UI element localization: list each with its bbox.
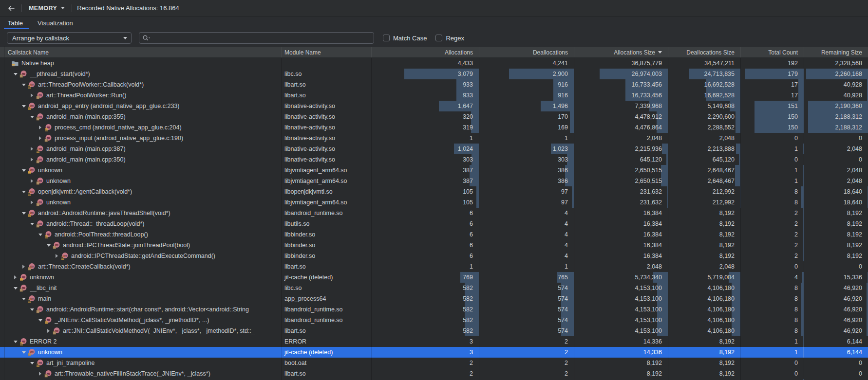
collapse-arrow-icon[interactable] — [12, 341, 19, 343]
module-cell: libbinder.so — [282, 240, 372, 251]
table-row[interactable]: m _JNIEnv::CallStaticVoidMethod(_jclass*… — [0, 315, 868, 326]
table-row[interactable]: m art::Throwable_nativeFillInStackTrace(… — [0, 368, 868, 379]
expand-arrow-icon[interactable] — [12, 275, 19, 279]
collapse-arrow-icon[interactable] — [12, 287, 19, 290]
tree-indent — [4, 352, 20, 353]
table-row[interactable]: m ERROR 2ERROR3214,3368,19216,144 — [0, 336, 868, 347]
expand-arrow-icon[interactable] — [29, 93, 35, 97]
table-row[interactable]: m art::JNI::CallStaticVoidMethodV(_JNIEn… — [0, 326, 868, 336]
table-row[interactable]: m openjdkjvmti::AgentCallback(void*)libo… — [0, 186, 868, 197]
collapse-arrow-icon[interactable] — [29, 116, 35, 118]
table-row[interactable]: m android::IPCThreadState::getAndExecute… — [0, 251, 868, 261]
memory-session-dropdown[interactable]: MEMORY — [27, 5, 67, 12]
collapse-arrow-icon[interactable] — [20, 169, 27, 172]
column-header-allocations-size[interactable]: Allocations Size — [574, 47, 668, 57]
toolbar-divider — [72, 4, 72, 12]
collapse-arrow-icon[interactable] — [45, 244, 52, 247]
collapse-arrow-icon[interactable] — [37, 319, 43, 322]
collapse-arrow-icon[interactable] — [20, 212, 27, 215]
value-cell-deallocations-size: 8,192 — [668, 218, 741, 229]
match-case-checkbox[interactable] — [383, 35, 390, 41]
expand-arrow-icon[interactable] — [29, 200, 35, 204]
triangle-glyph — [30, 223, 34, 225]
m-square-icon: m — [36, 199, 44, 206]
collapse-arrow-icon[interactable] — [20, 84, 27, 86]
column-header-deallocations-size[interactable]: Deallocations Size — [668, 47, 741, 57]
table-row[interactable]: m art::Thread::CreateCallback(void*)liba… — [0, 261, 868, 272]
column-header-label: Callstack Name — [8, 49, 49, 56]
m-lines-icon: m — [61, 252, 69, 260]
callstack-cell: m art::JNI::CallStaticVoidMethodV(_JNIEn… — [0, 326, 282, 336]
value-label: 2 — [794, 210, 804, 217]
expand-arrow-icon[interactable] — [29, 158, 35, 162]
collapse-arrow-icon[interactable] — [37, 234, 43, 236]
value-label: 645,120 — [640, 156, 668, 163]
expand-arrow-icon[interactable] — [20, 265, 27, 269]
value-cell-deallocations-size: 645,120 — [668, 154, 741, 165]
collapse-arrow-icon[interactable] — [29, 308, 35, 311]
column-header-module[interactable]: Module Name — [282, 47, 372, 57]
table-row[interactable]: m android::IPCThreadState::joinThreadPoo… — [0, 240, 868, 251]
value-cell-remaining-size: 8,192 — [804, 251, 868, 261]
search-icon[interactable] — [142, 35, 151, 41]
column-header-callstack[interactable]: Callstack Name — [0, 47, 282, 57]
table-row[interactable]: Native heap4,4334,24136,875,77934,547,21… — [0, 58, 868, 69]
regex-checkbox-group[interactable]: Regex — [435, 35, 464, 42]
expand-arrow-icon[interactable] — [54, 254, 60, 258]
table-row[interactable]: m art_jni_trampolineboot.oat228,1928,192… — [0, 358, 868, 368]
value-label: 387 — [463, 167, 479, 174]
table-row[interactable]: m unknownlibjvmtiagent_arm64.so10597231,… — [0, 197, 868, 208]
table-row[interactable]: m unknownjit-cache (deleted)7697655,734,… — [0, 272, 868, 283]
expand-arrow-icon[interactable] — [37, 136, 43, 140]
arrange-by-dropdown[interactable]: Arrange by callstack — [7, 32, 132, 44]
module-cell: boot.oat — [282, 358, 372, 368]
value-cell-allocations: 933 — [372, 90, 479, 101]
back-button[interactable] — [6, 3, 17, 14]
table-row[interactable]: m __libc_initlibc.so5825744,153,1004,106… — [0, 283, 868, 293]
collapse-arrow-icon[interactable] — [20, 351, 27, 354]
column-header-remaining-size[interactable]: Remaining Size — [804, 47, 868, 57]
match-case-checkbox-group[interactable]: Match Case — [383, 35, 427, 42]
table-row[interactable]: m android::AndroidRuntime::start(char co… — [0, 304, 868, 315]
value-cell-total-count: 8 — [741, 326, 804, 336]
table-row[interactable]: m android::PoolThread::threadLoop()libbi… — [0, 229, 868, 240]
search-field[interactable] — [139, 32, 374, 44]
callstack-cell: m android_main (main.cpp:387) — [0, 144, 282, 154]
collapse-arrow-icon[interactable] — [20, 298, 27, 300]
table-row[interactable]: m unknownlibjvmtiagent_arm64.so3873862,6… — [0, 176, 868, 186]
table-row[interactable]: m android_main (main.cpp:355)libnative-a… — [0, 111, 868, 122]
table-row[interactable]: m __pthread_start(void*)libc.so3,0792,90… — [0, 69, 868, 79]
collapse-arrow-icon[interactable] — [29, 362, 35, 364]
table-row[interactable]: m android::AndroidRuntime::javaThreadShe… — [0, 208, 868, 218]
column-header-total-count[interactable]: Total Count — [741, 47, 804, 57]
tab-table[interactable]: Table — [8, 17, 23, 29]
expand-arrow-icon[interactable] — [29, 147, 35, 151]
column-header-deallocations[interactable]: Deallocations — [479, 47, 574, 57]
expand-arrow-icon[interactable] — [29, 179, 35, 183]
value-label: 8 — [794, 327, 804, 334]
search-input[interactable] — [154, 34, 371, 42]
table-row[interactable]: m android_app_entry (android_native_app_… — [0, 101, 868, 111]
table-row[interactable]: m process_input (android_native_app_glue… — [0, 133, 868, 144]
filter-toolbar: Arrange by callstack Match Case Regex — [0, 29, 868, 47]
table-row[interactable]: m android::Thread::_threadLoop(void*)lib… — [0, 218, 868, 229]
table-row[interactable]: m unknownlibjvmtiagent_arm64.so3873862,6… — [0, 165, 868, 176]
table-row[interactable]: m mainapp_process645825744,153,1004,106,… — [0, 293, 868, 304]
table-row[interactable]: m process_cmd (android_native_app_glue.c… — [0, 122, 868, 133]
regex-checkbox[interactable] — [435, 35, 442, 41]
table-row[interactable]: m unknownjit-cache (deleted)3214,3368,19… — [0, 347, 868, 358]
collapse-arrow-icon[interactable] — [20, 105, 27, 108]
collapse-arrow-icon[interactable] — [12, 73, 19, 75]
collapse-arrow-icon[interactable] — [29, 223, 35, 225]
expand-arrow-icon[interactable] — [45, 329, 52, 333]
table-row[interactable]: m android_main (main.cpp:387)libnative-a… — [0, 144, 868, 154]
column-header-allocations[interactable]: Allocations — [372, 47, 479, 57]
expand-arrow-icon[interactable] — [37, 372, 43, 376]
table-row[interactable]: m art::ThreadPoolWorker::Callback(void*)… — [0, 79, 868, 90]
collapse-arrow-icon[interactable] — [20, 191, 27, 193]
tab-visualization[interactable]: Visualization — [38, 17, 73, 29]
table-row[interactable]: m art::ThreadPoolWorker::Run()libart.so9… — [0, 90, 868, 101]
table-row[interactable]: m android_main (main.cpp:350)libnative-a… — [0, 154, 868, 165]
expand-arrow-icon[interactable] — [37, 126, 43, 129]
triangle-glyph — [22, 105, 26, 108]
